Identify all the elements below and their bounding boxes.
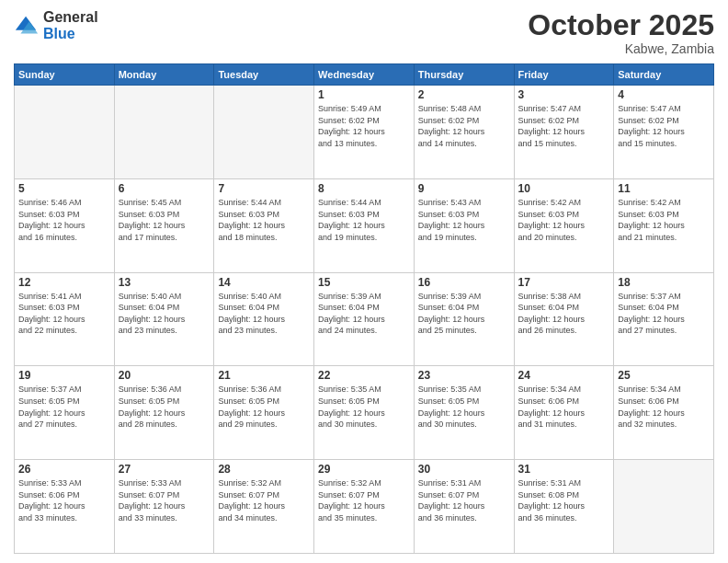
table-row: 5Sunrise: 5:46 AM Sunset: 6:03 PM Daylig…	[15, 178, 115, 272]
table-row: 10Sunrise: 5:42 AM Sunset: 6:03 PM Dayli…	[514, 178, 614, 272]
day-number: 24	[518, 369, 610, 382]
calendar-week-row: 5Sunrise: 5:46 AM Sunset: 6:03 PM Daylig…	[15, 178, 714, 272]
day-number: 15	[318, 276, 410, 289]
day-number: 17	[518, 276, 610, 289]
table-row: 12Sunrise: 5:41 AM Sunset: 6:03 PM Dayli…	[15, 272, 115, 366]
table-row: 1Sunrise: 5:49 AM Sunset: 6:02 PM Daylig…	[314, 86, 415, 179]
day-number: 16	[418, 276, 510, 289]
day-info: Sunrise: 5:32 AM Sunset: 6:07 PM Dayligh…	[318, 477, 410, 523]
day-info: Sunrise: 5:34 AM Sunset: 6:06 PM Dayligh…	[518, 384, 610, 430]
day-number: 2	[418, 88, 510, 101]
day-info: Sunrise: 5:37 AM Sunset: 6:05 PM Dayligh…	[18, 384, 110, 430]
day-info: Sunrise: 5:45 AM Sunset: 6:03 PM Dayligh…	[119, 197, 210, 243]
day-number: 19	[18, 369, 110, 382]
day-info: Sunrise: 5:35 AM Sunset: 6:05 PM Dayligh…	[318, 384, 410, 430]
day-number: 20	[119, 369, 210, 382]
day-number: 7	[218, 182, 310, 195]
day-info: Sunrise: 5:43 AM Sunset: 6:03 PM Dayligh…	[418, 197, 510, 243]
table-row	[614, 460, 714, 554]
location: Kabwe, Zambia	[528, 41, 714, 56]
table-row	[214, 86, 314, 179]
day-info: Sunrise: 5:32 AM Sunset: 6:07 PM Dayligh…	[218, 477, 310, 523]
table-row: 3Sunrise: 5:47 AM Sunset: 6:02 PM Daylig…	[514, 86, 614, 179]
day-number: 4	[618, 88, 710, 101]
table-row: 13Sunrise: 5:40 AM Sunset: 6:04 PM Dayli…	[114, 272, 214, 366]
logo-general-text: General	[43, 9, 98, 26]
table-row: 15Sunrise: 5:39 AM Sunset: 6:04 PM Dayli…	[314, 272, 415, 366]
day-info: Sunrise: 5:31 AM Sunset: 6:08 PM Dayligh…	[518, 477, 610, 523]
table-row: 19Sunrise: 5:37 AM Sunset: 6:05 PM Dayli…	[15, 366, 115, 460]
day-number: 8	[318, 182, 410, 195]
day-number: 18	[618, 276, 710, 289]
day-number: 12	[18, 276, 110, 289]
day-info: Sunrise: 5:35 AM Sunset: 6:05 PM Dayligh…	[418, 384, 510, 430]
table-row: 23Sunrise: 5:35 AM Sunset: 6:05 PM Dayli…	[414, 366, 514, 460]
calendar-header-row: Sunday Monday Tuesday Wednesday Thursday…	[15, 64, 714, 86]
day-number: 5	[18, 182, 110, 195]
calendar-week-row: 1Sunrise: 5:49 AM Sunset: 6:02 PM Daylig…	[15, 86, 714, 179]
table-row: 20Sunrise: 5:36 AM Sunset: 6:05 PM Dayli…	[114, 366, 214, 460]
logo-blue-text: Blue	[43, 26, 98, 42]
day-number: 10	[518, 182, 610, 195]
day-number: 27	[119, 463, 210, 476]
calendar-week-row: 26Sunrise: 5:33 AM Sunset: 6:06 PM Dayli…	[15, 460, 714, 554]
day-info: Sunrise: 5:46 AM Sunset: 6:03 PM Dayligh…	[18, 197, 110, 243]
day-info: Sunrise: 5:33 AM Sunset: 6:06 PM Dayligh…	[18, 477, 110, 523]
day-number: 29	[318, 463, 410, 476]
table-row: 30Sunrise: 5:31 AM Sunset: 6:07 PM Dayli…	[414, 460, 514, 554]
table-row: 9Sunrise: 5:43 AM Sunset: 6:03 PM Daylig…	[414, 178, 514, 272]
day-number: 3	[518, 88, 610, 101]
day-info: Sunrise: 5:42 AM Sunset: 6:03 PM Dayligh…	[618, 197, 710, 243]
day-number: 11	[618, 182, 710, 195]
table-row: 8Sunrise: 5:44 AM Sunset: 6:03 PM Daylig…	[314, 178, 415, 272]
table-row: 27Sunrise: 5:33 AM Sunset: 6:07 PM Dayli…	[114, 460, 214, 554]
table-row: 6Sunrise: 5:45 AM Sunset: 6:03 PM Daylig…	[114, 178, 214, 272]
col-wednesday: Wednesday	[314, 64, 415, 86]
calendar-table: Sunday Monday Tuesday Wednesday Thursday…	[14, 63, 714, 554]
day-info: Sunrise: 5:40 AM Sunset: 6:04 PM Dayligh…	[119, 291, 210, 337]
header: General Blue October 2025 Kabwe, Zambia	[14, 9, 714, 56]
day-info: Sunrise: 5:39 AM Sunset: 6:04 PM Dayligh…	[318, 291, 410, 337]
month-title: October 2025	[528, 9, 714, 41]
table-row: 11Sunrise: 5:42 AM Sunset: 6:03 PM Dayli…	[614, 178, 714, 272]
calendar-week-row: 19Sunrise: 5:37 AM Sunset: 6:05 PM Dayli…	[15, 366, 714, 460]
table-row: 18Sunrise: 5:37 AM Sunset: 6:04 PM Dayli…	[614, 272, 714, 366]
day-info: Sunrise: 5:47 AM Sunset: 6:02 PM Dayligh…	[518, 103, 610, 149]
table-row: 17Sunrise: 5:38 AM Sunset: 6:04 PM Dayli…	[514, 272, 614, 366]
logo-text: General Blue	[43, 9, 98, 41]
day-info: Sunrise: 5:44 AM Sunset: 6:03 PM Dayligh…	[218, 197, 310, 243]
day-info: Sunrise: 5:47 AM Sunset: 6:02 PM Dayligh…	[618, 103, 710, 149]
day-info: Sunrise: 5:34 AM Sunset: 6:06 PM Dayligh…	[618, 384, 710, 430]
col-thursday: Thursday	[414, 64, 514, 86]
table-row: 31Sunrise: 5:31 AM Sunset: 6:08 PM Dayli…	[514, 460, 614, 554]
table-row: 28Sunrise: 5:32 AM Sunset: 6:07 PM Dayli…	[214, 460, 314, 554]
calendar-week-row: 12Sunrise: 5:41 AM Sunset: 6:03 PM Dayli…	[15, 272, 714, 366]
table-row: 7Sunrise: 5:44 AM Sunset: 6:03 PM Daylig…	[214, 178, 314, 272]
logo-icon	[14, 13, 40, 39]
day-info: Sunrise: 5:39 AM Sunset: 6:04 PM Dayligh…	[418, 291, 510, 337]
day-number: 13	[119, 276, 210, 289]
table-row: 29Sunrise: 5:32 AM Sunset: 6:07 PM Dayli…	[314, 460, 415, 554]
day-info: Sunrise: 5:48 AM Sunset: 6:02 PM Dayligh…	[418, 103, 510, 149]
day-info: Sunrise: 5:38 AM Sunset: 6:04 PM Dayligh…	[518, 291, 610, 337]
day-number: 14	[218, 276, 310, 289]
day-info: Sunrise: 5:31 AM Sunset: 6:07 PM Dayligh…	[418, 477, 510, 523]
day-number: 9	[418, 182, 510, 195]
table-row: 2Sunrise: 5:48 AM Sunset: 6:02 PM Daylig…	[414, 86, 514, 179]
day-info: Sunrise: 5:36 AM Sunset: 6:05 PM Dayligh…	[119, 384, 210, 430]
day-info: Sunrise: 5:40 AM Sunset: 6:04 PM Dayligh…	[218, 291, 310, 337]
day-number: 23	[418, 369, 510, 382]
table-row: 14Sunrise: 5:40 AM Sunset: 6:04 PM Dayli…	[214, 272, 314, 366]
col-saturday: Saturday	[614, 64, 714, 86]
day-number: 1	[318, 88, 410, 101]
day-number: 26	[18, 463, 110, 476]
col-tuesday: Tuesday	[214, 64, 314, 86]
table-row: 22Sunrise: 5:35 AM Sunset: 6:05 PM Dayli…	[314, 366, 415, 460]
day-number: 22	[318, 369, 410, 382]
page: General Blue October 2025 Kabwe, Zambia …	[0, 0, 728, 563]
day-info: Sunrise: 5:49 AM Sunset: 6:02 PM Dayligh…	[318, 103, 410, 149]
table-row: 16Sunrise: 5:39 AM Sunset: 6:04 PM Dayli…	[414, 272, 514, 366]
day-number: 25	[618, 369, 710, 382]
col-friday: Friday	[514, 64, 614, 86]
table-row	[15, 86, 115, 179]
